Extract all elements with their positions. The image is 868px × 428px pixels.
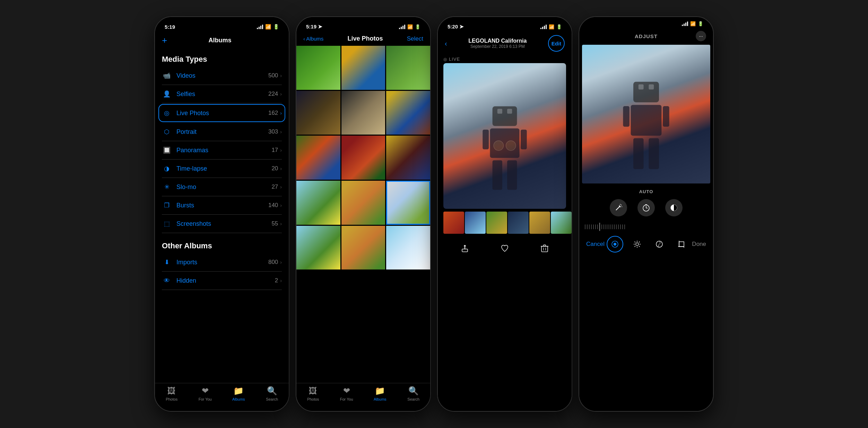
- tab-photos-icon-2: 🖼: [309, 386, 317, 396]
- live-edit-button[interactable]: [607, 237, 623, 252]
- tab-albums-label-1: Albums: [232, 397, 245, 401]
- adjust-auto-label: AUTO: [579, 186, 713, 196]
- done-button-4[interactable]: Done: [692, 241, 706, 248]
- album-item-selfies[interactable]: 👤 Selfies 224 ›: [162, 85, 282, 103]
- album-name-panoramas: Panoramas: [176, 147, 271, 154]
- favorite-button[interactable]: [497, 241, 512, 256]
- photo-cell-12[interactable]: [386, 181, 430, 225]
- signal-bar-3: [260, 26, 261, 29]
- photo-cell-14[interactable]: [341, 226, 385, 270]
- album-item-live-photos[interactable]: ◎ Live Photos 162 ›: [159, 105, 285, 121]
- battery-icon-3: 🔋: [556, 24, 562, 29]
- photo-cell-13[interactable]: [296, 226, 340, 270]
- tick-1: [585, 224, 585, 229]
- magic-wand-icon: [615, 204, 622, 212]
- tab-search-1[interactable]: 🔍 Search: [260, 386, 284, 401]
- album-item-screenshots[interactable]: ⬚ Screenshots 55 ›: [162, 215, 282, 233]
- edit-circle-button[interactable]: Edit: [548, 35, 565, 52]
- edit-tools-row: [579, 196, 713, 220]
- wifi-icon-2: 📶: [407, 24, 413, 29]
- photo-cell-5[interactable]: [341, 91, 385, 135]
- tick-10: [606, 224, 606, 229]
- film-cell-3[interactable]: [486, 212, 507, 234]
- photo-cell-9[interactable]: [386, 136, 430, 180]
- brightness-button[interactable]: [630, 237, 645, 252]
- album-item-imports[interactable]: ⬇ Imports 800 ›: [162, 253, 282, 272]
- tab-search-2[interactable]: 🔍 Search: [401, 386, 426, 401]
- photo-cell-1[interactable]: [296, 46, 340, 90]
- add-button-1[interactable]: +: [162, 35, 167, 46]
- film-cell-1[interactable]: [443, 212, 464, 234]
- chevron-portrait: ›: [280, 129, 282, 135]
- photo-cell-11[interactable]: [341, 181, 385, 225]
- phone-1: 5:19 📶 🔋 + Albums: [154, 16, 289, 412]
- crop-button[interactable]: [674, 237, 689, 252]
- photo-cell-10[interactable]: [296, 181, 340, 225]
- color-button[interactable]: [652, 237, 667, 252]
- cancel-button-4[interactable]: Cancel: [586, 241, 605, 248]
- tab-for-you-1[interactable]: ❤ For You: [193, 386, 217, 401]
- chevron-timelapse: ›: [280, 166, 282, 171]
- nav-bar-3: ‹ LEGOLAND California September 22, 2019…: [438, 34, 572, 55]
- live-circle-icon: [611, 240, 619, 248]
- page-title-3: LEGOLAND California: [468, 38, 527, 44]
- tab-albums-1[interactable]: 📁 Albums: [226, 386, 251, 401]
- photo-cell-7[interactable]: [296, 136, 340, 180]
- more-options-button[interactable]: ···: [696, 31, 706, 41]
- film-cell-5[interactable]: [529, 212, 550, 234]
- tick-14: [614, 224, 615, 229]
- timer-button[interactable]: [637, 199, 655, 216]
- photo-cell-15[interactable]: [386, 226, 430, 270]
- tab-for-you-2[interactable]: ❤ For You: [335, 386, 359, 401]
- photo-cell-3[interactable]: [386, 46, 430, 90]
- album-name-portrait: Portrait: [176, 128, 268, 136]
- photo-cell-2[interactable]: [341, 46, 385, 90]
- magic-wand-button[interactable]: [610, 199, 627, 216]
- tab-photos-2[interactable]: 🖼 Photos: [301, 386, 325, 401]
- album-name-videos: Videos: [176, 72, 268, 79]
- tick-6: [595, 224, 596, 229]
- album-name-timelapse: Time-lapse: [176, 165, 271, 172]
- photo-cell-8[interactable]: [341, 136, 385, 180]
- film-cell-2[interactable]: [465, 212, 486, 234]
- battery-icon-2: 🔋: [415, 24, 420, 29]
- signal-bar-2: [259, 27, 260, 29]
- film-cell-6[interactable]: [551, 212, 572, 234]
- adjustment-slider[interactable]: [579, 220, 713, 234]
- contrast-button[interactable]: [665, 199, 683, 216]
- tick-8: [601, 224, 602, 229]
- tab-albums-2[interactable]: 📁 Albums: [368, 386, 392, 401]
- share-button[interactable]: [457, 241, 472, 256]
- tab-photos-1[interactable]: 🖼 Photos: [159, 386, 184, 401]
- svg-rect-17: [639, 84, 644, 89]
- back-to-albums-button[interactable]: ‹ Albums: [303, 36, 323, 42]
- video-icon: 📹: [162, 71, 172, 80]
- svg-line-26: [621, 205, 622, 205]
- album-item-slomo[interactable]: ✳ Slo-mo 27 ›: [162, 178, 282, 196]
- album-count-imports: 800: [268, 259, 278, 266]
- photo-cell-4[interactable]: [296, 91, 340, 135]
- album-item-portrait[interactable]: ⬡ Portrait 303 ›: [162, 123, 282, 141]
- delete-button[interactable]: [537, 241, 552, 256]
- svg-rect-46: [679, 242, 684, 247]
- signal-bar-3-1: [540, 28, 541, 29]
- chevron-videos: ›: [280, 73, 282, 78]
- film-cell-4[interactable]: [508, 212, 529, 234]
- hidden-icon: 👁: [162, 276, 172, 285]
- select-button[interactable]: Select: [407, 35, 423, 42]
- album-name-live-photos: Live Photos: [176, 110, 268, 117]
- page-title-1: Albums: [209, 37, 232, 44]
- album-item-timelapse[interactable]: ◑ Time-lapse 20 ›: [162, 160, 282, 178]
- svg-rect-4: [483, 130, 489, 149]
- svg-rect-16: [633, 82, 659, 102]
- svg-point-35: [614, 243, 616, 246]
- album-item-bursts[interactable]: ❐ Bursts 140 ›: [162, 196, 282, 215]
- album-item-videos[interactable]: 📹 Videos 500 ›: [162, 67, 282, 85]
- signal-bars-4: [682, 22, 688, 26]
- album-item-hidden[interactable]: 👁 Hidden 2 ›: [162, 272, 282, 290]
- photo-cell-6[interactable]: [386, 91, 430, 135]
- back-button-3[interactable]: ‹: [445, 40, 447, 48]
- notch-3: [482, 17, 527, 27]
- album-item-panoramas[interactable]: 🔲 Panoramas 17 ›: [162, 141, 282, 160]
- svg-rect-13: [544, 245, 546, 246]
